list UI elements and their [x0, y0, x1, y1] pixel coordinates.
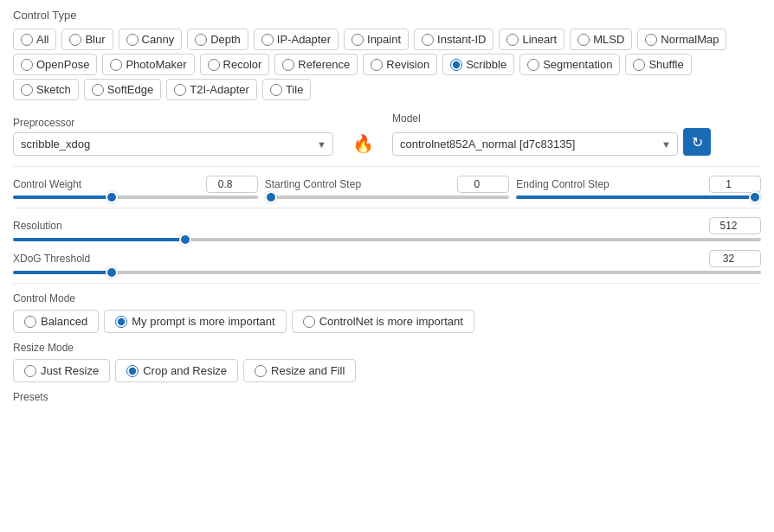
resolution-slider[interactable] — [13, 238, 761, 241]
control-type-radio-mlsd[interactable] — [577, 34, 590, 46]
control-type-option-sketch[interactable]: Sketch — [13, 79, 79, 100]
control-type-radio-reference[interactable] — [282, 59, 294, 71]
control-type-radio-t2i-adapter[interactable] — [174, 84, 186, 96]
control-mode-radio-controlnet[interactable] — [303, 316, 315, 328]
preprocessor-select[interactable]: scribble_xdogscribble_hedscribble_pidine… — [13, 132, 333, 156]
control-type-option-lineart[interactable]: Lineart — [499, 29, 564, 50]
control-type-text-blur: Blur — [85, 33, 105, 46]
control-type-option-recolor[interactable]: Recolor — [200, 54, 270, 75]
control-type-option-photomaker[interactable]: PhotoMaker — [102, 54, 194, 75]
resize-mode-text-resize-fill: Resize and Fill — [271, 364, 345, 377]
control-type-option-openpose[interactable]: OpenPose — [13, 54, 97, 75]
resize-mode-radio-just-resize[interactable] — [24, 365, 36, 377]
control-type-text-recolor: Recolor — [223, 58, 262, 71]
control-type-radio-shuffle[interactable] — [633, 59, 645, 71]
control-type-text-t2i-adapter: T2I-Adapter — [190, 83, 249, 96]
resolution-row: Resolution — [13, 217, 761, 241]
model-select[interactable]: controlnet852A_normal [d7c83135] — [392, 132, 678, 156]
control-type-option-scribble[interactable]: Scribble — [442, 54, 514, 75]
control-type-radio-normalmap[interactable] — [645, 34, 657, 46]
fire-icon: 🔥 — [351, 131, 375, 156]
resolution-input[interactable] — [709, 217, 761, 234]
resize-mode-option-resize-fill[interactable]: Resize and Fill — [243, 359, 356, 382]
divider-2 — [13, 208, 761, 208]
triple-slider-row: Control Weight Starting Control Step End… — [13, 176, 761, 199]
control-type-label: Control Type — [13, 9, 761, 22]
control-type-option-shuffle[interactable]: Shuffle — [625, 54, 691, 75]
resolution-label: Resolution — [13, 220, 62, 232]
control-type-option-mlsd[interactable]: MLSD — [570, 29, 632, 50]
control-type-option-ip-adapter[interactable]: IP-Adapter — [254, 29, 339, 50]
control-type-option-instant-id[interactable]: Instant-ID — [414, 29, 493, 50]
resize-mode-radio-resize-fill[interactable] — [255, 365, 267, 377]
control-type-text-revision: Revision — [386, 58, 429, 71]
preprocessor-group: Preprocessor scribble_xdogscribble_hedsc… — [13, 117, 333, 156]
control-type-option-depth[interactable]: Depth — [187, 29, 248, 50]
control-mode-radio-my-prompt[interactable] — [115, 316, 127, 328]
refresh-models-button[interactable]: ↻ — [683, 128, 711, 156]
control-type-option-tile[interactable]: Tile — [262, 79, 311, 100]
control-type-radio-blur[interactable] — [69, 34, 81, 46]
starting-step-label: Starting Control Step — [265, 178, 361, 190]
xdog-slider[interactable] — [13, 271, 761, 274]
control-weight-input[interactable] — [206, 176, 258, 193]
ending-step-input[interactable] — [709, 176, 761, 193]
control-type-option-segmentation[interactable]: Segmentation — [519, 54, 620, 75]
control-type-text-ip-adapter: IP-Adapter — [277, 33, 331, 46]
resize-mode-option-just-resize[interactable]: Just Resize — [13, 359, 110, 382]
control-type-radio-all[interactable] — [21, 34, 33, 46]
ending-step-header: Ending Control Step — [516, 176, 761, 193]
control-type-option-softedge[interactable]: SoftEdge — [84, 79, 162, 100]
control-type-option-inpaint[interactable]: Inpaint — [344, 29, 409, 50]
model-row: controlnet852A_normal [d7c83135] ▼ ↻ — [392, 128, 711, 156]
control-type-radio-tile[interactable] — [270, 84, 282, 96]
control-type-text-all: All — [36, 33, 48, 46]
control-weight-slider[interactable] — [13, 195, 258, 199]
model-group: Model controlnet852A_normal [d7c83135] ▼… — [392, 112, 711, 156]
control-type-text-tile: Tile — [286, 83, 303, 96]
control-type-option-all[interactable]: All — [13, 29, 56, 50]
control-type-radio-photomaker[interactable] — [110, 59, 122, 71]
model-label: Model — [392, 112, 711, 125]
resize-mode-option-crop-resize[interactable]: Crop and Resize — [115, 359, 238, 382]
xdog-label: XDoG Threshold — [13, 253, 90, 265]
control-type-radio-softedge[interactable] — [92, 84, 104, 96]
control-mode-radio-balanced[interactable] — [24, 316, 36, 328]
control-type-text-normalmap: NormalMap — [661, 33, 719, 46]
control-type-radio-recolor[interactable] — [208, 59, 220, 71]
control-type-radio-sketch[interactable] — [21, 84, 33, 96]
control-type-grid: AllBlurCannyDepthIP-AdapterInpaintInstan… — [13, 29, 761, 100]
control-type-radio-depth[interactable] — [195, 34, 207, 46]
control-type-radio-lineart[interactable] — [506, 34, 519, 46]
starting-step-slider[interactable] — [265, 195, 510, 199]
control-mode-option-my-prompt[interactable]: My prompt is more important — [104, 310, 286, 333]
resize-mode-radio-crop-resize[interactable] — [126, 365, 139, 377]
xdog-input[interactable] — [709, 250, 761, 267]
starting-step-group: Starting Control Step — [265, 176, 510, 199]
control-type-radio-inpaint[interactable] — [352, 34, 364, 46]
control-type-radio-segmentation[interactable] — [527, 59, 539, 71]
control-type-text-openpose: OpenPose — [36, 58, 89, 71]
control-type-option-canny[interactable]: Canny — [119, 29, 183, 50]
control-type-radio-ip-adapter[interactable] — [261, 34, 274, 46]
control-type-radio-instant-id[interactable] — [422, 34, 434, 46]
control-mode-text-my-prompt: My prompt is more important — [132, 315, 274, 328]
control-mode-option-controlnet[interactable]: ControlNet is more important — [292, 310, 474, 333]
control-type-option-normalmap[interactable]: NormalMap — [637, 29, 726, 50]
control-type-radio-scribble[interactable] — [450, 59, 462, 71]
control-mode-option-balanced[interactable]: Balanced — [13, 310, 99, 333]
control-type-text-shuffle: Shuffle — [648, 58, 683, 71]
control-type-option-revision[interactable]: Revision — [363, 54, 437, 75]
control-type-option-blur[interactable]: Blur — [61, 29, 113, 50]
control-type-option-t2i-adapter[interactable]: T2I-Adapter — [166, 79, 257, 100]
control-type-radio-openpose[interactable] — [21, 59, 33, 71]
control-type-radio-revision[interactable] — [371, 59, 383, 71]
control-type-option-reference[interactable]: Reference — [274, 54, 358, 75]
control-type-radio-canny[interactable] — [126, 34, 139, 46]
control-type-text-depth: Depth — [210, 33, 241, 46]
ending-step-slider[interactable] — [516, 195, 761, 199]
divider-1 — [13, 166, 761, 167]
control-type-text-reference: Reference — [298, 58, 350, 71]
starting-step-input[interactable] — [457, 176, 509, 193]
control-type-text-lineart: Lineart — [522, 33, 557, 46]
